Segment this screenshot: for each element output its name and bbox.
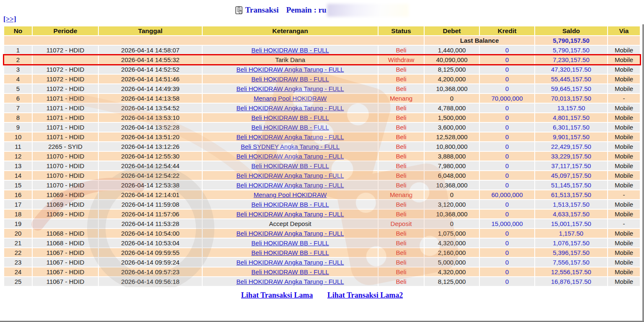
- cell-periode: 2265 - SYID: [33, 142, 98, 151]
- cell-tanggal: 2026-04-14 14:52:52: [99, 65, 202, 74]
- cell-status: Withdraw: [379, 55, 424, 64]
- cell-saldo: 5,396,157.50: [535, 248, 607, 257]
- cell-debet: 10,368,000: [425, 210, 479, 218]
- transaction-row-highlighted: 22026-04-14 14:55:32Tarik DanaWithdraw40…: [4, 55, 640, 64]
- cell-keterangan: Beli HOKIDRAW BB - FULL: [203, 267, 378, 276]
- cell-saldo: 1,513,157.50: [535, 200, 607, 209]
- cell-keterangan: Beli HOKIDRAW BB - FULL: [203, 248, 378, 257]
- cell-status: Beli: [379, 181, 424, 190]
- cell-saldo: 45,097,157.50: [535, 171, 607, 180]
- transaction-detail-link[interactable]: Beli HOKIDRAW Angka Tarung - FULL: [237, 278, 344, 285]
- cell-debet: 40,090,000: [425, 55, 479, 64]
- lihat-transaksi-lama-link[interactable]: Lihat Transaksi Lama: [241, 291, 313, 299]
- cell-status: Beli: [379, 113, 424, 122]
- cell-debet: 0: [425, 219, 479, 228]
- cell-periode: 11067 - HDID: [33, 277, 98, 286]
- cell-via: Mobile: [608, 152, 640, 161]
- next-page-link[interactable]: [>>]: [3, 15, 16, 23]
- transaction-detail-link[interactable]: Beli HOKIDRAW Angka Tarung - FULL: [237, 104, 344, 112]
- cell-no: 3: [4, 65, 32, 74]
- cell-kredit: 0: [480, 229, 534, 238]
- transaction-detail-link[interactable]: Beli HOKIDRAW BB - FULL: [251, 75, 329, 83]
- cell-tanggal: 2026-04-14 14:49:39: [99, 84, 202, 93]
- cell-debet: 6,048,000: [425, 171, 479, 180]
- cell-kredit: 0: [480, 142, 534, 151]
- cell-keterangan: Beli HOKIDRAW BB - FULL: [203, 239, 378, 247]
- cell-no: 4: [4, 75, 32, 83]
- transaction-row: 2411067 - HDID2026-04-14 09:57:23Beli HO…: [4, 267, 640, 276]
- cell-keterangan: Beli HOKIDRAW Angka Tarung - FULL: [203, 152, 378, 161]
- cell-tanggal: 2026-04-14 12:54:44: [99, 161, 202, 170]
- cell-via: -: [608, 219, 640, 228]
- transaction-detail-link[interactable]: Beli HOKIDRAW BB - FULL: [251, 162, 329, 169]
- cell-status: Beli: [379, 75, 424, 83]
- cell-periode: 11068 - HDID: [33, 229, 98, 238]
- cell-saldo: 37,117,157.50: [535, 161, 607, 170]
- transaction-row: 1511070 - HDID2026-04-14 12:53:38Beli HO…: [4, 181, 640, 190]
- cell-debet: 4,200,000: [425, 75, 479, 83]
- transaction-detail-link[interactable]: Menang Pool HOKIDRAW: [254, 95, 327, 102]
- cell-kredit: 0: [480, 104, 534, 112]
- cell-periode: 11072 - HDID: [33, 75, 98, 83]
- transaction-detail-link[interactable]: Beli HOKIDRAW Angka Tarung - FULL: [237, 85, 344, 92]
- cell-kredit: 0: [480, 277, 534, 286]
- cell-saldo: 12,556,157.50: [535, 267, 607, 276]
- transaction-detail-link[interactable]: Beli HOKIDRAW Angka Tarung - FULL: [237, 210, 344, 218]
- column-header-debet: Debet: [425, 26, 479, 35]
- transaction-detail-link[interactable]: Beli HOKIDRAW BB - FULL: [251, 239, 329, 247]
- cell-no: 5: [4, 84, 32, 93]
- transaction-row: 1011071 - HDID2026-04-14 13:51:20Beli HO…: [4, 132, 640, 141]
- clipboard-icon: [235, 6, 242, 16]
- transaction-detail-link[interactable]: Beli HOKIDRAW Angka Tarung - FULL: [237, 182, 344, 189]
- lihat-transaksi-lama2-link[interactable]: Lihat Transaksi Lama2: [327, 291, 403, 299]
- cell-periode: 11071 - HDID: [33, 132, 98, 141]
- transaction-detail-link[interactable]: Beli HOKIDRAW BB - FULL: [251, 201, 329, 208]
- transaction-detail-link[interactable]: Beli HOKIDRAW Angka Tarung - FULL: [237, 230, 344, 237]
- transaction-detail-link[interactable]: Beli HOKIDRAW BB - FULL: [251, 249, 329, 256]
- transaction-row: 2011068 - HDID2026-04-14 10:54:00Beli HO…: [4, 229, 640, 238]
- cell-periode: 11072 - HDID: [33, 65, 98, 74]
- cell-status: Beli: [379, 142, 424, 151]
- cell-keterangan: Beli HOKIDRAW Angka Tarung - FULL: [203, 210, 378, 218]
- cell-keterangan: Accept Deposit: [203, 219, 378, 228]
- cell-saldo: 1,157.50: [535, 229, 607, 238]
- cell-keterangan: Beli HOKIDRAW Angka Tarung - FULL: [203, 104, 378, 112]
- transaction-detail-link[interactable]: Beli HOKIDRAW Angka Tarung - FULL: [237, 133, 344, 140]
- cell-periode: 11072 - HDID: [33, 46, 98, 55]
- last-balance-via: [608, 36, 640, 45]
- cell-debet: 4,788,000: [425, 104, 479, 112]
- cell-kredit: 0: [480, 55, 534, 64]
- transaction-detail-link[interactable]: Menang Pool HOKIDRAW: [254, 191, 327, 198]
- cell-kredit: 0: [480, 200, 534, 209]
- cell-kredit: 0: [480, 152, 534, 161]
- cell-saldo: 16,876,157.50: [535, 277, 607, 286]
- cell-saldo: 9,901,157.50: [535, 132, 607, 141]
- cell-via: Mobile: [608, 248, 640, 257]
- cell-tanggal: 2026-04-14 14:58:07: [99, 46, 202, 55]
- transaction-detail-link[interactable]: Beli HOKIDRAW BB - FULL: [251, 124, 329, 131]
- transaction-detail-link[interactable]: Beli HOKIDRAW BB - FULL: [251, 268, 329, 275]
- transaction-row: 1611069 - HDID2026-04-14 12:14:01Menang …: [4, 190, 640, 199]
- transaction-row: 1711069 - HDID2026-04-14 11:59:08Beli HO…: [4, 200, 640, 209]
- transaction-detail-link[interactable]: Beli HOKIDRAW Angka Tarung - FULL: [237, 153, 344, 160]
- cell-keterangan: Beli HOKIDRAW Angka Tarung - FULL: [203, 132, 378, 141]
- transaction-detail-link[interactable]: Beli HOKIDRAW Angka Tarung - FULL: [237, 66, 344, 73]
- transaction-detail-link[interactable]: Beli HOKIDRAW BB - FULL: [251, 114, 329, 121]
- cell-debet: 8,125,000: [425, 65, 479, 74]
- cell-debet: 10,800,000: [425, 142, 479, 151]
- column-header-tanggal: Tanggal: [99, 26, 202, 35]
- cell-tanggal: 2026-04-14 12:55:30: [99, 152, 202, 161]
- cell-tanggal: 2026-04-14 14:55:32: [99, 55, 202, 64]
- cell-keterangan: Beli HOKIDRAW Angka Tarung - FULL: [203, 229, 378, 238]
- cell-debet: 4,320,000: [425, 267, 479, 276]
- transaction-row: 811071 - HDID2026-04-14 13:53:10Beli HOK…: [4, 113, 640, 122]
- cell-no: 18: [4, 210, 32, 218]
- cell-kredit: 0: [480, 132, 534, 141]
- cell-status: Beli: [379, 65, 424, 74]
- cell-via: Mobile: [608, 132, 640, 141]
- transaction-detail-link[interactable]: Beli HOKIDRAW Angka Tarung - FULL: [237, 172, 344, 179]
- cell-tanggal: 2026-04-14 13:54:52: [99, 104, 202, 112]
- transaction-detail-link[interactable]: Beli SYDNEY Angka Tarung - FULL: [241, 143, 340, 150]
- transaction-detail-link[interactable]: Beli HOKIDRAW Angka Tarung - FULL: [237, 259, 344, 266]
- transaction-detail-link[interactable]: Beli HOKIDRAW BB - FULL: [251, 47, 329, 54]
